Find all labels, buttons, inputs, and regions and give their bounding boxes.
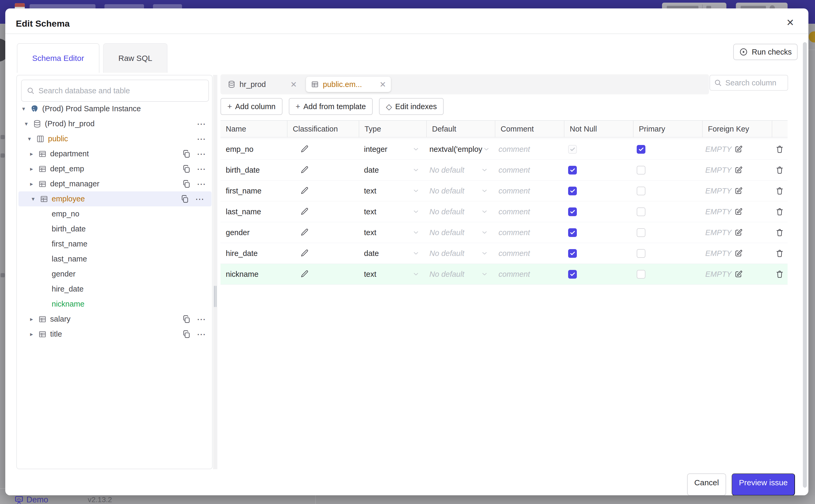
caret-right-icon[interactable]: ▸: [30, 316, 38, 323]
copy-icon[interactable]: [182, 149, 191, 158]
column-name-cell[interactable]: last_name: [220, 207, 287, 216]
column-search-input[interactable]: [725, 79, 784, 87]
more-menu-icon[interactable]: ⋯: [197, 332, 206, 337]
more-menu-icon[interactable]: ⋯: [197, 181, 206, 187]
comment-cell[interactable]: comment: [495, 270, 564, 279]
not-null-checkbox[interactable]: [568, 187, 577, 195]
tree-item-employee[interactable]: ▾employee⋯: [18, 191, 211, 206]
caret-right-icon[interactable]: ▸: [30, 151, 38, 157]
tree-item-salary[interactable]: ▸salary⋯: [17, 312, 213, 327]
primary-checkbox[interactable]: [637, 166, 645, 175]
edit-foreign-key-icon[interactable]: [734, 228, 743, 237]
primary-checkbox[interactable]: [637, 270, 645, 279]
trash-icon[interactable]: [775, 145, 784, 154]
copy-icon[interactable]: [182, 330, 191, 339]
primary-checkbox[interactable]: [637, 207, 645, 216]
copy-icon[interactable]: [182, 164, 191, 173]
column-name-cell[interactable]: gender: [220, 228, 287, 237]
tree-item-last-name[interactable]: last_name: [17, 251, 213, 266]
tree-item-prod-hr-prod[interactable]: ▾(Prod) hr_prod⋯: [17, 116, 213, 131]
cancel-button[interactable]: Cancel: [687, 473, 726, 495]
caret-down-icon[interactable]: ▾: [28, 135, 36, 142]
primary-checkbox[interactable]: [637, 145, 645, 154]
type-cell[interactable]: date: [359, 166, 426, 175]
caret-down-icon[interactable]: ▾: [22, 105, 30, 112]
trash-icon[interactable]: [775, 207, 784, 216]
edit-foreign-key-icon[interactable]: [734, 187, 743, 195]
comment-cell[interactable]: comment: [495, 166, 564, 175]
edit-foreign-key-icon[interactable]: [734, 207, 743, 216]
type-cell[interactable]: text: [359, 228, 426, 237]
tab-chip-hr-prod[interactable]: hr_prod✕: [223, 77, 302, 92]
copy-icon[interactable]: [182, 180, 191, 188]
more-menu-icon[interactable]: ⋯: [197, 151, 206, 157]
tab-raw-sql[interactable]: Raw SQL: [103, 43, 167, 73]
copy-icon[interactable]: [182, 315, 191, 324]
default-cell[interactable]: No default: [426, 207, 495, 216]
not-null-checkbox[interactable]: [568, 249, 577, 258]
tab-chip-public-em[interactable]: public.em...✕: [306, 77, 391, 92]
caret-down-icon[interactable]: ▾: [25, 120, 33, 127]
caret-right-icon[interactable]: ▸: [30, 181, 38, 187]
trash-icon[interactable]: [775, 249, 784, 258]
pencil-icon[interactable]: [300, 207, 309, 216]
not-null-checkbox[interactable]: [568, 145, 577, 154]
tree-item-emp-no[interactable]: emp_no: [17, 206, 213, 221]
default-cell[interactable]: nextval('employ: [426, 145, 495, 154]
pencil-icon[interactable]: [300, 228, 309, 237]
add-from-template-button[interactable]: +Add from template: [289, 98, 373, 115]
pencil-icon[interactable]: [300, 186, 309, 195]
more-menu-icon[interactable]: ⋯: [197, 121, 206, 127]
pencil-icon[interactable]: [300, 270, 309, 279]
trash-icon[interactable]: [775, 186, 784, 195]
tree-item-first-name[interactable]: first_name: [17, 236, 213, 251]
column-name-cell[interactable]: hire_date: [220, 249, 287, 258]
default-cell[interactable]: No default: [426, 270, 495, 279]
default-cell[interactable]: No default: [426, 166, 495, 175]
not-null-checkbox[interactable]: [568, 207, 577, 216]
more-menu-icon[interactable]: ⋯: [195, 196, 205, 202]
comment-cell[interactable]: comment: [495, 207, 564, 216]
type-cell[interactable]: text: [359, 207, 426, 216]
caret-right-icon[interactable]: ▸: [30, 331, 38, 338]
not-null-checkbox[interactable]: [568, 228, 577, 237]
add-column-button[interactable]: +Add column: [220, 98, 282, 115]
edit-foreign-key-icon[interactable]: [734, 270, 743, 278]
demo-link[interactable]: Demo: [26, 495, 48, 504]
primary-checkbox[interactable]: [637, 249, 645, 258]
more-menu-icon[interactable]: ⋯: [197, 166, 206, 172]
default-cell[interactable]: No default: [426, 249, 495, 258]
tree-item-department[interactable]: ▸department⋯: [17, 146, 213, 161]
tree-item-title[interactable]: ▸title⋯: [17, 327, 213, 342]
trash-icon[interactable]: [775, 228, 784, 237]
trash-icon[interactable]: [775, 270, 784, 279]
primary-checkbox[interactable]: [637, 228, 645, 237]
tree-item-birth-date[interactable]: birth_date: [17, 221, 213, 236]
column-name-cell[interactable]: nickname: [220, 270, 287, 279]
tab-schema-editor[interactable]: Schema Editor: [17, 43, 99, 73]
tree-item-dept-manager[interactable]: ▸dept_manager⋯: [17, 176, 213, 191]
caret-down-icon[interactable]: ▾: [32, 196, 40, 202]
type-cell[interactable]: date: [359, 249, 426, 258]
tree-item-prod-prod-sample-instance[interactable]: ▾(Prod) Prod Sample Instance: [17, 101, 213, 116]
close-chip-icon[interactable]: ✕: [379, 80, 386, 89]
tree-item-nickname[interactable]: nickname: [17, 297, 213, 312]
trash-icon[interactable]: [775, 166, 784, 175]
preview-issue-button[interactable]: Preview issue: [732, 473, 795, 495]
column-name-cell[interactable]: first_name: [220, 187, 287, 195]
tree-item-dept-emp[interactable]: ▸dept_emp⋯: [17, 161, 213, 176]
not-null-checkbox[interactable]: [568, 166, 577, 175]
primary-checkbox[interactable]: [637, 187, 645, 195]
tree-item-hire-date[interactable]: hire_date: [17, 282, 213, 297]
comment-cell[interactable]: comment: [495, 228, 564, 237]
panel-resize-gutter[interactable]: [213, 75, 217, 469]
caret-right-icon[interactable]: ▸: [30, 166, 38, 172]
edit-foreign-key-icon[interactable]: [734, 249, 743, 258]
type-cell[interactable]: text: [359, 187, 426, 195]
type-cell[interactable]: integer: [359, 145, 426, 154]
column-name-cell[interactable]: birth_date: [220, 166, 287, 175]
edit-indexes-button[interactable]: ◇Edit indexes: [379, 98, 444, 115]
default-cell[interactable]: No default: [426, 228, 495, 237]
comment-cell[interactable]: comment: [495, 249, 564, 258]
tree-item-gender[interactable]: gender: [17, 266, 213, 282]
